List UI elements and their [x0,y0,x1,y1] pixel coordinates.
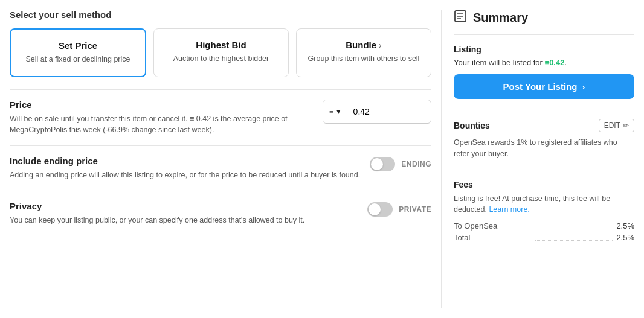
set-price-title: Set Price [59,40,97,51]
listing-price-text-part: Your item will be listed for [454,58,543,67]
privacy-label: PRIVATE [399,205,431,214]
edit-label: EDIT [604,121,620,130]
currency-dropdown-icon: ▾ [336,107,341,116]
fee-row-total: Total 2.5% [454,233,634,242]
set-price-desc: Sell at a fixed or declining price [25,54,130,65]
sell-method-highest-bid[interactable]: Highest Bid Auction to the highest bidde… [153,28,289,77]
summary-header: Summary [454,10,634,35]
fee-dots-2 [535,235,613,241]
bundle-desc: Group this item with others to sell [308,54,420,65]
bounties-header: Bounties EDIT ✏ [454,119,634,132]
post-button-label: Post Your Listing [503,81,578,92]
fees-section: Fees Listing is free! At purchase time, … [454,180,634,245]
price-input-wrapper: ≡ ▾ [323,100,431,124]
price-title: Price [10,100,313,110]
ending-text-block: Include ending price Adding an ending pr… [10,156,360,181]
price-desc: Will be on sale until you transfer this … [10,113,313,136]
bundle-arrow-icon: › [379,40,382,50]
fee-opensea-value: 2.5% [616,221,634,231]
fee-dots-1 [535,223,613,229]
sell-methods: Set Price Sell at a fixed or declining p… [10,28,431,77]
page-title: Select your sell method [10,10,431,20]
currency-select[interactable]: ≡ ▾ [323,100,347,123]
learn-more-link[interactable]: Learn more. [489,205,529,214]
fee-row-opensea: To OpenSea 2.5% [454,221,634,231]
listing-price-text: Your item will be listed for ≡0.42. [454,58,634,67]
fee-rows: To OpenSea 2.5% Total 2.5% [454,221,634,242]
highest-bid-desc: Auction to the highest bidder [173,54,269,65]
ending-desc: Adding an ending price will allow this l… [10,170,360,181]
pencil-icon: ✏ [623,121,629,130]
listing-price-suffix: . [564,58,567,67]
summary-title: Summary [473,11,528,25]
price-text-block: Price Will be on sale until you transfer… [10,100,313,136]
currency-symbol: ≡ [329,107,334,116]
fees-desc: Listing is free! At purchase time, this … [454,193,634,216]
summary-icon [454,10,467,26]
ending-toggle[interactable] [370,157,395,171]
post-listing-button[interactable]: Post Your Listing › [454,74,634,99]
bounties-label: Bounties [454,121,490,130]
privacy-section: Privacy You can keep your listing public… [10,191,431,236]
post-button-arrow-icon: › [582,81,585,92]
price-input[interactable] [347,100,408,123]
listing-section: Listing Your item will be listed for ≡0.… [454,45,634,109]
price-section: Price Will be on sale until you transfer… [10,89,431,146]
privacy-text-block: Privacy You can keep your listing public… [10,201,358,226]
fee-total-value: 2.5% [616,233,634,242]
highest-bid-title: Highest Bid [196,40,246,50]
fee-opensea-name: To OpenSea [454,221,532,231]
listing-label: Listing [454,45,634,54]
bounties-desc: OpenSea rewards 1% to registered affilia… [454,137,634,160]
fee-total-name: Total [454,233,532,242]
privacy-toggle-right: PRIVATE [367,202,431,217]
privacy-desc: You can keep your listing public, or you… [10,215,358,226]
privacy-toggle[interactable] [367,202,393,217]
bundle-title: Bundle [346,40,376,50]
edit-bounties-button[interactable]: EDIT ✏ [599,119,634,132]
fees-desc-text: Listing is free! At purchase time, this … [454,194,610,214]
sell-method-set-price[interactable]: Set Price Sell at a fixed or declining p… [10,28,146,77]
left-panel: Select your sell method Set Price Sell a… [10,10,431,308]
privacy-title: Privacy [10,201,358,211]
ending-title: Include ending price [10,156,360,166]
listing-price-value: ≡0.42 [545,58,565,67]
ending-toggle-right: ENDING [370,157,431,171]
right-panel: Summary Listing Your item will be listed… [441,10,634,308]
fees-label: Fees [454,180,634,189]
sell-method-bundle[interactable]: Bundle › Group this item with others to … [296,28,431,77]
bounties-section: Bounties EDIT ✏ OpenSea rewards 1% to re… [454,119,634,170]
ending-price-section: Include ending price Adding an ending pr… [10,145,431,191]
ending-label: ENDING [401,160,431,168]
